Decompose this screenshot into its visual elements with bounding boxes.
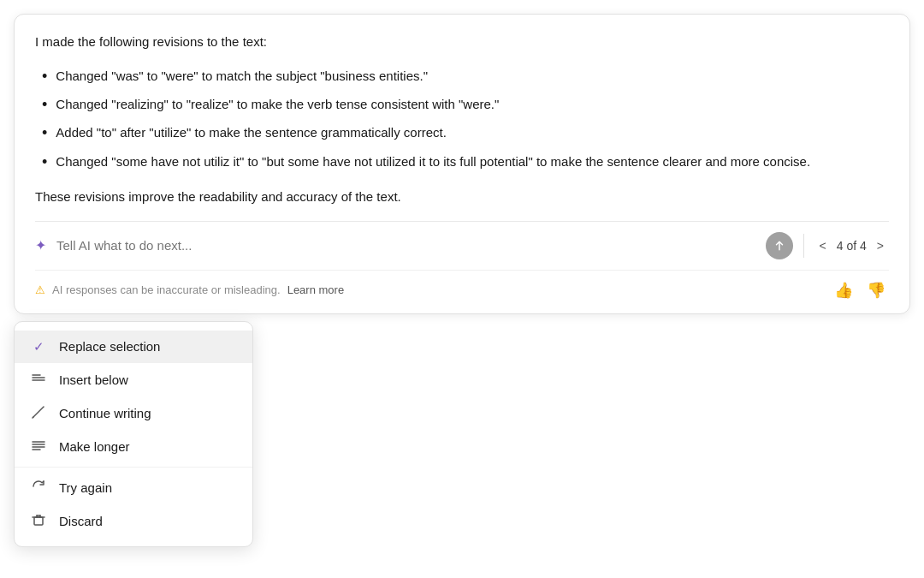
list-item: Changed "realizing" to "realize" to make… xyxy=(42,91,889,119)
nav-counter: 4 of 4 xyxy=(837,239,867,253)
send-button[interactable] xyxy=(766,232,793,259)
ai-panel: I made the following revisions to the te… xyxy=(14,14,910,314)
ai-input[interactable] xyxy=(56,238,755,253)
next-button[interactable]: > xyxy=(872,235,889,256)
discard-label: Discard xyxy=(59,514,103,528)
prev-button[interactable]: < xyxy=(814,235,832,256)
main-container: I made the following revisions to the te… xyxy=(0,0,924,578)
thumbs-up-button[interactable]: 👍 xyxy=(831,279,856,301)
dropdown-menu: ✓ Replace selection Insert below xyxy=(14,321,253,547)
svg-rect-9 xyxy=(34,517,43,525)
menu-section-1: ✓ Replace selection Insert below xyxy=(15,327,252,468)
trash-icon xyxy=(30,513,47,529)
pencil-icon xyxy=(30,405,47,421)
make-longer-label: Make longer xyxy=(59,439,130,454)
intro-text: I made the following revisions to the te… xyxy=(35,32,889,52)
menu-item-discard[interactable]: Discard xyxy=(15,504,252,538)
retry-icon xyxy=(30,480,47,496)
menu-item-replace-selection[interactable]: ✓ Replace selection xyxy=(15,331,252,363)
lines-icon xyxy=(30,438,47,455)
checkmark-icon: ✓ xyxy=(30,339,47,355)
list-item: Changed "some have not utiliz it" to "bu… xyxy=(42,148,889,176)
svg-line-4 xyxy=(33,417,33,418)
menu-item-try-again[interactable]: Try again xyxy=(15,471,252,504)
continue-writing-label: Continue writing xyxy=(59,406,151,420)
menu-section-2: Try again Discard xyxy=(15,468,252,541)
disclaimer-text: AI responses can be inaccurate or mislea… xyxy=(52,283,281,296)
learn-more-link[interactable]: Learn more xyxy=(287,283,344,296)
replace-selection-label: Replace selection xyxy=(59,339,160,354)
menu-item-insert-below[interactable]: Insert below xyxy=(15,363,252,396)
svg-line-3 xyxy=(33,407,44,417)
menu-item-make-longer[interactable]: Make longer xyxy=(15,430,252,463)
vertical-divider xyxy=(803,234,804,258)
disclaimer-left: ⚠ AI responses can be inaccurate or misl… xyxy=(35,283,344,296)
navigation-row: < 4 of 4 > xyxy=(814,235,889,256)
insert-below-label: Insert below xyxy=(59,372,128,387)
thumbs-down-button[interactable]: 👎 xyxy=(863,279,889,301)
warning-icon: ⚠ xyxy=(35,283,45,296)
ai-spark-icon: ✦ xyxy=(35,237,46,253)
disclaimer-row: ⚠ AI responses can be inaccurate or misl… xyxy=(35,270,889,313)
revision-list: Changed "was" to "were" to match the sub… xyxy=(42,63,889,176)
input-row: ✦ < 4 of 4 > xyxy=(35,221,889,270)
list-item: Added "to" after "utilize" to make the s… xyxy=(42,119,889,147)
menu-item-continue-writing[interactable]: Continue writing xyxy=(15,396,252,430)
list-item: Changed "was" to "were" to match the sub… xyxy=(42,63,889,91)
feedback-buttons: 👍 👎 xyxy=(831,279,889,301)
conclusion-text: These revisions improve the readability … xyxy=(35,187,889,207)
try-again-label: Try again xyxy=(59,480,112,495)
insert-icon xyxy=(30,372,47,388)
